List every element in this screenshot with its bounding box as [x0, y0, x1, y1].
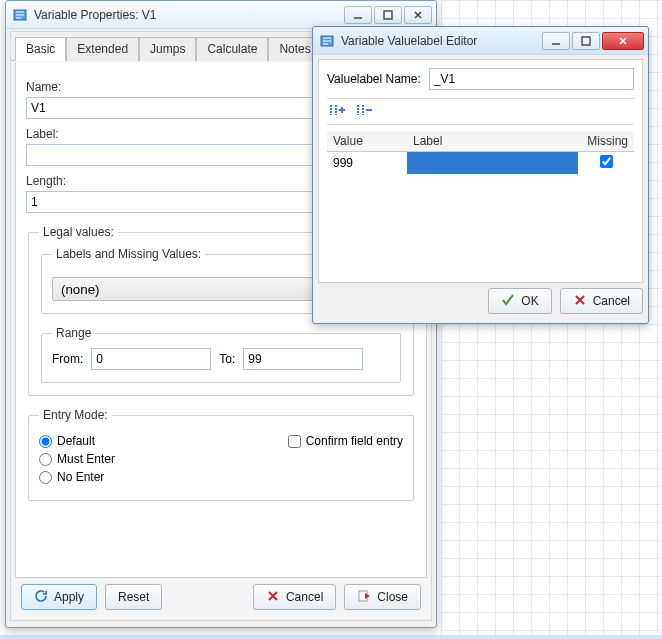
- remove-row-icon[interactable]: [356, 103, 372, 120]
- reset-button-label: Reset: [118, 590, 149, 604]
- close-button[interactable]: [404, 6, 432, 24]
- client-area: Valuelabel Name: Value Label Missing 99: [318, 59, 643, 283]
- col-value[interactable]: Value: [327, 131, 407, 152]
- cancel-button-label: Cancel: [286, 590, 323, 604]
- from-input[interactable]: [91, 348, 211, 370]
- cancel-button[interactable]: Cancel: [560, 288, 643, 314]
- minimize-button[interactable]: [542, 32, 570, 50]
- to-label: To:: [219, 352, 235, 366]
- ok-button[interactable]: OK: [488, 288, 551, 314]
- ok-icon: [501, 293, 515, 310]
- labels-missing-legend: Labels and Missing Values:: [52, 247, 205, 261]
- range-legend: Range: [52, 326, 95, 340]
- refresh-icon: [34, 589, 48, 606]
- window-title: Variable Valuelabel Editor: [341, 34, 540, 48]
- close-button[interactable]: [602, 32, 644, 50]
- titlebar[interactable]: Variable Properties: V1: [6, 1, 436, 29]
- svg-rect-1: [384, 11, 392, 19]
- entry-default-radio[interactable]: [39, 435, 52, 448]
- entry-noenter-label: No Enter: [57, 470, 104, 484]
- close-button-action[interactable]: Close: [344, 584, 421, 610]
- titlebar[interactable]: Variable Valuelabel Editor: [313, 27, 648, 55]
- confirm-field-entry-label: Confirm field entry: [306, 434, 403, 448]
- valuelabel-table[interactable]: Value Label Missing 999: [327, 131, 634, 174]
- app-icon: [319, 33, 335, 49]
- window-title: Variable Properties: V1: [34, 8, 342, 22]
- add-row-icon[interactable]: [329, 103, 345, 120]
- cell-label[interactable]: [407, 152, 578, 175]
- range-group: Range From: To:: [41, 326, 401, 383]
- valuelabel-name-label: Valuelabel Name:: [327, 72, 421, 86]
- close-icon: [357, 589, 371, 606]
- minimize-button[interactable]: [344, 6, 372, 24]
- apply-button-label: Apply: [54, 590, 84, 604]
- confirm-field-entry-checkbox[interactable]: [288, 435, 301, 448]
- button-bar: Apply Reset Cancel Close: [15, 580, 427, 614]
- button-bar: OK Cancel: [318, 285, 643, 317]
- col-label[interactable]: Label: [407, 131, 578, 152]
- tab-extended[interactable]: Extended: [66, 37, 139, 61]
- tab-basic[interactable]: Basic: [15, 37, 66, 61]
- table-row[interactable]: 999: [327, 152, 634, 175]
- cancel-button[interactable]: Cancel: [253, 584, 336, 610]
- col-missing[interactable]: Missing: [578, 131, 634, 152]
- decorative-bottom-border: [0, 635, 662, 639]
- close-button-label: Close: [377, 590, 408, 604]
- legal-values-legend: Legal values:: [39, 225, 118, 239]
- entry-mode-legend: Entry Mode:: [39, 408, 112, 422]
- reset-button[interactable]: Reset: [105, 584, 162, 610]
- cell-value[interactable]: 999: [327, 152, 407, 175]
- maximize-button[interactable]: [374, 6, 402, 24]
- svg-rect-4: [582, 37, 590, 45]
- valuelabel-toolbar: [327, 98, 634, 125]
- cell-missing[interactable]: [578, 152, 634, 175]
- cancel-icon: [573, 293, 587, 310]
- from-label: From:: [52, 352, 83, 366]
- entry-mustenter-label: Must Enter: [57, 452, 115, 466]
- missing-checkbox[interactable]: [600, 155, 613, 168]
- cancel-icon: [266, 589, 280, 606]
- to-input[interactable]: [243, 348, 363, 370]
- app-icon: [12, 7, 28, 23]
- entry-mode-group: Entry Mode: Default Must Enter: [28, 408, 414, 501]
- tab-jumps[interactable]: Jumps: [139, 37, 196, 61]
- entry-default-label: Default: [57, 434, 95, 448]
- maximize-button[interactable]: [572, 32, 600, 50]
- valuelabel-editor-window: Variable Valuelabel Editor Valuelabel Na…: [312, 26, 649, 324]
- ok-button-label: OK: [521, 294, 538, 308]
- cancel-button-label: Cancel: [593, 294, 630, 308]
- valuelabel-name-input[interactable]: [429, 68, 634, 90]
- entry-noenter-radio[interactable]: [39, 471, 52, 484]
- entry-mustenter-radio[interactable]: [39, 453, 52, 466]
- apply-button[interactable]: Apply: [21, 584, 97, 610]
- tab-calculate[interactable]: Calculate: [196, 37, 268, 61]
